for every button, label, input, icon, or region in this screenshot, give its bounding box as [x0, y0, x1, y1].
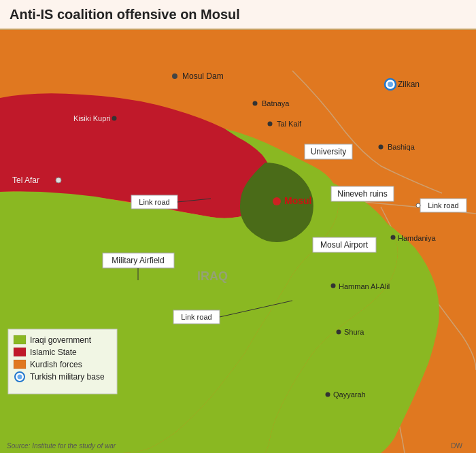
svg-text:Tel Afar: Tel Afar [12, 175, 39, 185]
svg-text:Zilkan: Zilkan [398, 80, 420, 89]
svg-point-39 [416, 203, 420, 207]
map-svg: Iraqi government Islamic State Kurdish f… [0, 30, 476, 453]
svg-text:Batnaya: Batnaya [262, 99, 290, 107]
svg-point-30 [273, 197, 281, 205]
svg-point-53 [337, 330, 341, 335]
svg-text:Kisiki Kupri: Kisiki Kupri [73, 114, 110, 122]
svg-text:DW: DW [451, 442, 462, 450]
svg-point-20 [253, 101, 258, 106]
svg-text:Link road: Link road [181, 313, 211, 321]
svg-text:Shura: Shura [344, 328, 364, 336]
svg-point-22 [268, 122, 273, 127]
svg-point-13 [172, 73, 177, 79]
svg-text:Kurdish forces: Kurdish forces [30, 360, 82, 369]
svg-text:Hamman Al-Alil: Hamman Al-Alil [339, 282, 390, 290]
svg-text:Islamic State: Islamic State [30, 348, 77, 357]
map-area: Iraqi government Islamic State Kurdish f… [0, 30, 476, 453]
svg-text:Qayyarah: Qayyarah [333, 390, 366, 399]
page-container: Anti-IS coalition offensive on Mosul [0, 0, 476, 453]
svg-point-55 [326, 392, 330, 397]
svg-text:Tal Kaif: Tal Kaif [277, 120, 302, 128]
svg-point-48 [331, 284, 336, 288]
svg-point-46 [391, 235, 396, 240]
svg-text:Source: Institute for the stud: Source: Institute for the study of war [7, 442, 116, 450]
svg-rect-6 [14, 360, 26, 369]
svg-text:Hamdaniya: Hamdaniya [398, 234, 437, 242]
svg-rect-2 [14, 335, 26, 344]
svg-rect-4 [14, 348, 26, 356]
svg-text:Nineveh ruins: Nineveh ruins [337, 189, 387, 199]
title-bar: Anti-IS coalition offensive on Mosul [0, 0, 476, 30]
svg-point-16 [388, 82, 393, 87]
svg-text:Link road: Link road [428, 201, 458, 209]
svg-point-29 [56, 178, 61, 183]
svg-point-18 [112, 116, 117, 121]
svg-text:Mosul: Mosul [284, 195, 311, 206]
svg-point-24 [379, 145, 384, 150]
svg-text:Mosul Dam: Mosul Dam [182, 71, 224, 81]
svg-text:Bashiqa: Bashiqa [388, 143, 415, 151]
svg-text:Turkish military base: Turkish military base [30, 372, 105, 382]
svg-text:IRAQ: IRAQ [197, 269, 228, 283]
page-title: Anti-IS coalition offensive on Mosul [10, 7, 240, 22]
svg-text:Iraqi government: Iraqi government [30, 335, 92, 345]
svg-text:Link road: Link road [139, 198, 169, 206]
svg-text:Military Airfield: Military Airfield [112, 256, 164, 265]
svg-text:University: University [311, 147, 347, 156]
svg-text:Mosul Airport: Mosul Airport [320, 240, 369, 250]
svg-point-9 [18, 375, 22, 380]
